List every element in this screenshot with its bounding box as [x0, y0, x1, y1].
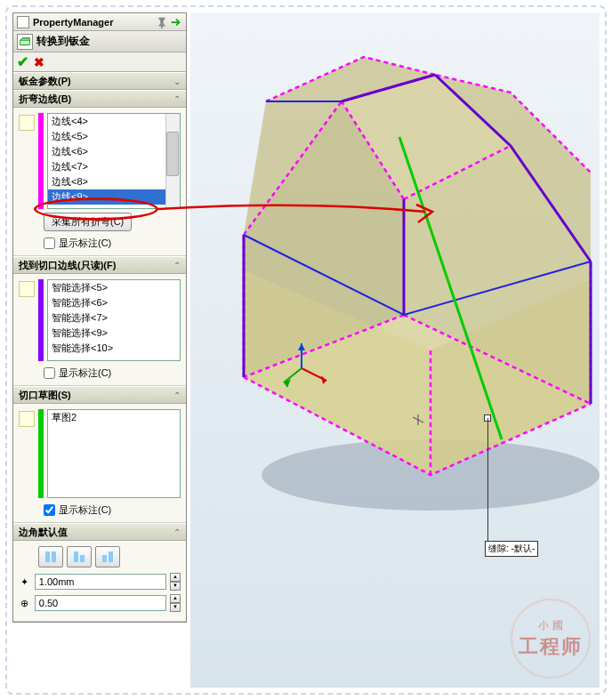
color-bar-green — [38, 409, 44, 498]
list-item[interactable]: 智能选择<5> — [48, 280, 180, 295]
arrow-icon[interactable] — [170, 16, 182, 28]
rip-sketch-body: 草图2 显示标注(C) — [13, 404, 186, 523]
corner-defaults-body: ✦ ▲▼ ⊕ ▲▼ — [13, 541, 186, 622]
gap-icon: ✦ — [19, 574, 31, 590]
3d-model — [199, 48, 600, 546]
scrollbar[interactable] — [165, 114, 180, 208]
show-callout-label: 显示标注(C) — [59, 237, 111, 250]
gap-input[interactable] — [35, 574, 166, 590]
chevron-up-icon: ⌃ — [173, 94, 181, 104]
svg-rect-1 — [45, 551, 50, 562]
rip-edges-listbox[interactable]: 智能选择<5> 智能选择<6> 智能选择<7> 智能选择<9> 智能选择<10> — [47, 279, 181, 361]
svg-rect-0 — [20, 40, 30, 44]
list-item-selected[interactable]: 边线<9> — [48, 189, 180, 205]
feature-bar: 转换到钣金 — [13, 31, 186, 52]
collect-bends-button[interactable]: 采集所有折弯(C) — [44, 213, 132, 231]
section-rip-sketch[interactable]: 切口草图(S) ⌃ — [13, 386, 186, 404]
list-item[interactable]: 智能选择<7> — [48, 310, 180, 326]
gap-spinner[interactable]: ▲▼ — [170, 573, 181, 591]
callout-leader — [487, 418, 488, 543]
ok-cancel-bar: ✔ ✖ — [13, 52, 186, 72]
show-callout-checkbox-3[interactable] — [44, 504, 55, 516]
list-item[interactable]: 边线<8> — [48, 174, 180, 189]
gap-callout[interactable]: 缝隙: -默认- — [485, 541, 538, 557]
pm-title-icon — [17, 16, 29, 28]
pm-title-text: PropertyManager — [33, 17, 154, 28]
chevron-up-icon: ⌃ — [173, 390, 181, 400]
watermark: 小 國 工程师 — [511, 599, 591, 679]
svg-rect-2 — [52, 551, 56, 562]
svg-rect-5 — [102, 555, 107, 562]
svg-rect-6 — [109, 551, 113, 562]
list-item[interactable]: 智能选择<9> — [48, 326, 180, 341]
corner-type-2-button[interactable] — [67, 546, 92, 567]
pm-titlebar: PropertyManager — [13, 13, 186, 31]
chevron-down-icon: ⌄ — [173, 76, 181, 86]
feature-title: 转换到钣金 — [36, 34, 90, 49]
rip-edges-body: 智能选择<5> 智能选择<6> 智能选择<7> 智能选择<9> 智能选择<10>… — [13, 274, 186, 386]
selection-icon — [19, 281, 35, 297]
list-item[interactable]: 草图2 — [48, 410, 180, 425]
ratio-spinner[interactable]: ▲▼ — [170, 594, 181, 612]
list-item[interactable]: 边线<4> — [48, 114, 180, 129]
show-callout-checkbox-1[interactable] — [44, 237, 55, 249]
svg-rect-4 — [80, 555, 85, 562]
cancel-button[interactable]: ✖ — [34, 55, 44, 69]
list-item[interactable]: 边线<5> — [48, 129, 180, 144]
bend-edges-listbox[interactable]: 边线<4> 边线<5> 边线<6> 边线<7> 边线<8> 边线<9> — [47, 113, 181, 209]
rip-sketch-listbox[interactable]: 草图2 — [47, 409, 181, 498]
list-item[interactable]: 边线<7> — [48, 159, 180, 174]
show-callout-checkbox-2[interactable] — [44, 367, 55, 379]
list-item[interactable]: 智能选择<6> — [48, 295, 180, 310]
corner-type-1-button[interactable] — [38, 546, 63, 567]
show-callout-label: 显示标注(C) — [59, 366, 111, 380]
pin-icon[interactable] — [156, 16, 168, 28]
section-bend-edges[interactable]: 折弯边线(B) ⌃ — [13, 90, 186, 108]
section-sheet-params[interactable]: 钣金参数(P) ⌄ — [13, 72, 186, 90]
selection-icon — [19, 115, 35, 131]
corner-type-3-button[interactable] — [95, 546, 120, 567]
show-callout-label: 显示标注(C) — [59, 503, 111, 517]
ok-button[interactable]: ✔ — [17, 53, 28, 70]
svg-rect-3 — [74, 551, 78, 562]
section-corner-defaults[interactable]: 边角默认值 ⌃ — [13, 523, 186, 541]
selection-icon — [19, 411, 35, 427]
bend-edges-body: 边线<4> 边线<5> 边线<6> 边线<7> 边线<8> 边线<9> 采集所有… — [13, 108, 186, 256]
ratio-input[interactable] — [35, 595, 166, 611]
list-item[interactable]: 智能选择<10> — [48, 341, 180, 356]
color-bar-magenta — [38, 113, 44, 209]
chevron-up-icon: ⌃ — [173, 261, 181, 270]
chevron-up-icon: ⌃ — [173, 527, 181, 537]
section-rip-edges[interactable]: 找到切口边线(只读)(F) ⌃ — [13, 256, 186, 274]
color-bar-purple — [38, 279, 44, 361]
ratio-icon: ⊕ — [19, 595, 31, 611]
3d-viewport[interactable] — [190, 12, 600, 688]
convert-sheetmetal-icon — [17, 34, 33, 50]
list-item[interactable]: 边线<6> — [48, 144, 180, 159]
property-manager-panel: PropertyManager 转换到钣金 ✔ ✖ 钣金参数(P) ⌄ 折弯边线… — [12, 12, 187, 623]
